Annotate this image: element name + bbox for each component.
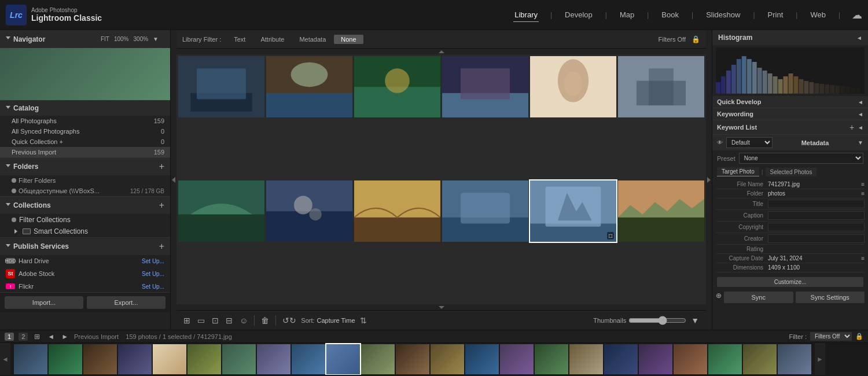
thumbnail-size-slider[interactable] xyxy=(628,316,686,325)
filmstrip-next-icon[interactable]: ► xyxy=(61,333,68,341)
nav-fit[interactable]: FIT xyxy=(101,36,109,42)
creator-input[interactable] xyxy=(768,234,865,243)
nav-web[interactable]: Web xyxy=(809,8,827,21)
film-photo-12[interactable] xyxy=(396,344,429,374)
photo-cell-21[interactable]: 21 xyxy=(354,56,440,117)
photo-cell-26[interactable]: 26 xyxy=(266,180,352,242)
filter-collections-item[interactable]: Filter Collections xyxy=(0,214,170,226)
publish-add-icon[interactable]: + xyxy=(159,241,164,252)
selected-photos-btn[interactable]: Selected Photos xyxy=(766,168,817,176)
film-photo-18[interactable] xyxy=(604,344,638,374)
nav-100[interactable]: 100% xyxy=(114,36,129,42)
adobe-stock-setup[interactable]: Set Up... xyxy=(142,271,164,277)
sort-direction-icon[interactable]: ⇅ xyxy=(358,315,369,326)
film-photo-21[interactable] xyxy=(708,344,742,374)
filmstrip-prev-icon[interactable]: ◄ xyxy=(47,333,54,341)
photo-cell-19[interactable]: 19 xyxy=(178,56,264,117)
keywording-header[interactable]: Keywording ◄ xyxy=(712,108,868,120)
film-photo-2[interactable] xyxy=(49,344,82,374)
filmstrip-expand-left[interactable]: ◄ xyxy=(0,343,10,375)
target-photo-btn[interactable]: Target Photo xyxy=(717,167,759,176)
photo-cell-22[interactable]: 22 xyxy=(442,56,528,117)
rotate-icon[interactable]: ↺↻ xyxy=(280,315,299,326)
flickr-service[interactable]: f Flickr Set Up... xyxy=(0,281,170,292)
preset-select[interactable]: None xyxy=(739,153,863,164)
folders-add-icon[interactable]: + xyxy=(159,161,164,172)
filmstrip-filter-lock-icon[interactable]: 🔒 xyxy=(855,333,863,340)
photo-cell-20[interactable]: 20 xyxy=(266,56,352,117)
sync-settings-button[interactable]: Sync Settings xyxy=(796,292,865,303)
filmstrip-page1[interactable]: 1 xyxy=(5,333,14,341)
quick-develop-header[interactable]: Quick Develop ◄ xyxy=(712,96,868,108)
photo-cell-27[interactable]: 27 xyxy=(354,180,440,242)
film-photo-14[interactable] xyxy=(465,344,499,374)
people-view-icon[interactable]: ☺ xyxy=(237,315,250,326)
metadata-preset-select[interactable]: Default xyxy=(726,137,773,148)
filter-tab-text[interactable]: Text xyxy=(227,35,252,44)
loupe-view-icon[interactable]: ▭ xyxy=(195,315,207,326)
collections-add-icon[interactable]: + xyxy=(159,200,164,211)
film-photo-17[interactable] xyxy=(569,344,603,374)
keyword-list-header[interactable]: Keyword List + ◄ xyxy=(712,120,868,134)
customize-button[interactable]: Customize... xyxy=(717,277,863,287)
filter-tab-metadata[interactable]: Metadata xyxy=(292,35,333,44)
metadata-header[interactable]: 👁 Default Metadata ▼ xyxy=(712,134,868,150)
photo-cell-30[interactable]: 30 xyxy=(618,180,704,242)
film-photo-5[interactable] xyxy=(153,344,186,374)
import-button[interactable]: Import... xyxy=(5,296,83,309)
film-photo-9[interactable] xyxy=(292,344,325,374)
catalog-quick-collection[interactable]: Quick Collection + 0 xyxy=(0,137,170,147)
filmstrip-expand-right[interactable]: ► xyxy=(815,343,825,375)
hard-drive-service[interactable]: HDD Hard Drive Set Up... xyxy=(0,255,170,267)
caption-input[interactable] xyxy=(768,211,865,220)
film-photo-20[interactable] xyxy=(674,344,707,374)
hard-drive-setup[interactable]: Set Up... xyxy=(142,258,164,264)
nav-develop[interactable]: Develop xyxy=(564,8,594,21)
folder-vbox-item[interactable]: Общедоступные (\\VBoxS... 125 / 178 GB xyxy=(0,186,170,196)
filter-tab-attribute[interactable]: Attribute xyxy=(253,35,291,44)
catalog-header[interactable]: Catalog xyxy=(0,101,170,116)
photo-cell-29[interactable]: 29 □ xyxy=(530,180,616,242)
grid-scroll-top[interactable] xyxy=(176,49,706,54)
publish-services-header[interactable]: Publish Services + xyxy=(0,238,170,255)
filter-tab-none[interactable]: None xyxy=(334,35,363,44)
cloud-icon[interactable]: ☁ xyxy=(852,9,862,21)
photo-cell-23[interactable]: 23 xyxy=(530,56,616,117)
film-photo-23[interactable] xyxy=(778,344,811,374)
film-photo-19[interactable] xyxy=(639,344,672,374)
film-photo-16[interactable] xyxy=(535,344,568,374)
sort-value[interactable]: Capture Time xyxy=(317,317,355,324)
nav-dropdown[interactable]: ▼ xyxy=(153,36,159,42)
catalog-all-photos[interactable]: All Photographs 159 xyxy=(0,116,170,126)
filmstrip-grid-icon[interactable]: ⊞ xyxy=(34,333,40,341)
flickr-setup[interactable]: Set Up... xyxy=(142,283,164,290)
smart-collections-item[interactable]: Smart Collections xyxy=(0,226,170,237)
film-photo-1[interactable] xyxy=(14,344,47,374)
catalog-previous-import[interactable]: Previous Import 159 xyxy=(0,147,170,157)
film-photo-4[interactable] xyxy=(118,344,152,374)
right-panel-collapse-arrow[interactable] xyxy=(706,30,712,330)
grid-scroll-bottom[interactable] xyxy=(176,304,706,310)
folder-scroll-icon[interactable]: ≡ xyxy=(861,190,865,197)
metadata-sync-icon[interactable]: ⊕ xyxy=(716,292,722,303)
nav-book[interactable]: Book xyxy=(660,8,680,21)
compare-view-icon[interactable]: ⊡ xyxy=(209,315,221,326)
nav-slideshow[interactable]: Slideshow xyxy=(705,8,741,21)
photo-cell-25[interactable]: 25 xyxy=(178,180,264,242)
collections-header[interactable]: Collections + xyxy=(0,197,170,214)
capturedate-scroll-icon[interactable]: ≡ xyxy=(861,255,865,261)
survey-view-icon[interactable]: ⊟ xyxy=(223,315,235,326)
grid-view-icon[interactable]: ⊞ xyxy=(181,315,193,326)
filename-scroll-icon[interactable]: ≡ xyxy=(861,181,865,187)
film-photo-15[interactable] xyxy=(500,344,534,374)
photo-cell-24[interactable]: 24 xyxy=(618,56,704,117)
film-photo-13[interactable] xyxy=(431,344,464,374)
film-photo-8[interactable] xyxy=(257,344,290,374)
filter-lock-icon[interactable]: 🔒 xyxy=(692,35,700,43)
photo-cell-28[interactable]: 28 xyxy=(442,180,528,242)
thumbnail-expand-icon[interactable]: ▼ xyxy=(689,315,701,326)
filter-folders-item[interactable]: Filter Folders xyxy=(0,175,170,186)
copyright-input[interactable] xyxy=(768,223,865,231)
nav-print[interactable]: Print xyxy=(767,8,785,21)
film-photo-11[interactable] xyxy=(361,344,395,374)
